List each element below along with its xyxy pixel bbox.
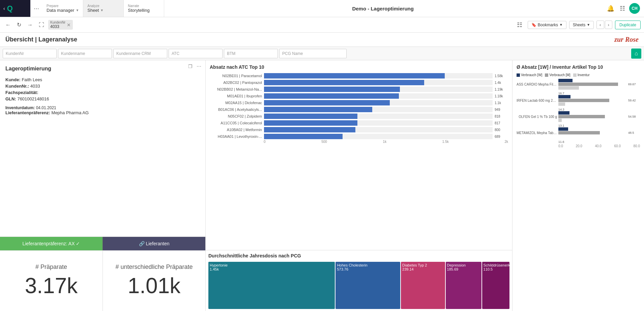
prepare-dropdown-icon: ▼ — [76, 8, 79, 12]
bar-value: 949 — [495, 108, 508, 112]
sheets-dropdown-icon: ▼ — [587, 23, 590, 27]
duplicate-button[interactable]: Duplicate — [615, 21, 641, 29]
filter-btm-label: BTM — [227, 51, 235, 56]
info-inventur-label: Inventurdatum: — [5, 105, 35, 110]
right-bar-row: ASS CARDIO Mepha Film... 69.67 — [517, 79, 640, 90]
xaxis-label: 0 — [264, 140, 266, 144]
bar-value: 1.19k — [495, 88, 508, 91]
right-chart-panel: Ø Absatz [1W] / Inventur Artikel Top 10 … — [513, 60, 644, 311]
legend-label: Verbrauch [M] — [549, 73, 570, 77]
bookmarks-button[interactable]: 🔖 Bookmarks ▼ — [528, 21, 566, 29]
bar-label: B01AC06 | Acetylsalicyls... — [210, 107, 262, 112]
lager-panel: ❐ ⋯ Lageroptimierung Kunde: Faith Lees K… — [0, 60, 206, 311]
forward-icon[interactable]: → — [25, 21, 35, 29]
filter-close-icon[interactable]: ✕ — [67, 22, 71, 28]
info-kundennr-label: KundenNr.: — [5, 84, 29, 89]
filter-kundennr[interactable]: KundenNr — [3, 49, 57, 58]
filter-chip-kundennr[interactable]: KundenNr 4033 ✕ — [48, 20, 73, 30]
praeparate-panel: # Präparate 3.17k — [0, 251, 103, 311]
info-lieferant-value: Mepha Pharma AG — [52, 110, 89, 115]
bar-row: A10BA02 | Metformin 800 — [210, 127, 508, 132]
stats-row: # Präparate 3.17k # unterschiedliche Prä… — [0, 250, 205, 311]
bar-w — [558, 111, 569, 115]
sheets-button[interactable]: Sheets ▼ — [569, 21, 594, 29]
filter-btm[interactable]: BTM — [224, 49, 278, 58]
bar-container — [264, 114, 493, 119]
filter-kundenname[interactable]: Kundenname — [58, 49, 112, 58]
grid-view-icon[interactable]: ☷ — [514, 20, 525, 30]
next-sheet-button[interactable]: › — [605, 21, 612, 29]
right-bar-value: 48.5 — [628, 131, 640, 134]
lieferanten-label: 🔗 Lieferanten — [139, 241, 170, 246]
prev-sheet-button[interactable]: ‹ — [596, 21, 604, 29]
bar-w-sublabel: 14.3 — [517, 108, 640, 111]
bar-inv — [558, 102, 565, 106]
bar-w — [558, 95, 570, 98]
legend-item: Verbrauch [W] — [517, 73, 542, 77]
filter-atc[interactable]: ATC — [169, 49, 223, 58]
bar-label: N02BE01 | Paracetamol — [210, 74, 262, 78]
treemap-panel: Durchschnittliche Jahresdosis nach PCG H… — [206, 250, 513, 311]
more-options-icon[interactable]: ⋯ — [30, 0, 42, 17]
bar-container — [264, 120, 493, 126]
filter-chip-value: 4033 — [50, 24, 65, 29]
treemap-cell-label: Hohes Cholesterin — [337, 263, 399, 267]
apps-icon[interactable]: ☷ — [618, 3, 626, 13]
lieferant-praeferenz-button[interactable]: Lieferantenpräferenz: AX ✓ — [0, 237, 103, 250]
bar-value: 800 — [495, 128, 508, 132]
panel-more-icon[interactable]: ⋯ — [195, 63, 203, 70]
prepare-section[interactable]: Prepare Data manager ▼ — [42, 0, 83, 17]
right-bar-chart: ASS CARDIO Mepha Film... 69.67 16.7 IRFE… — [517, 79, 640, 144]
info-gln: GLN: 7601002148016 — [5, 96, 200, 101]
bar-w-sublabel: 16.7 — [517, 92, 640, 95]
qlik-logo-icon: Q — [7, 4, 12, 13]
back-icon[interactable]: ← — [3, 21, 13, 29]
bar-fill — [264, 127, 355, 132]
right-bar-value: 69.67 — [628, 83, 640, 86]
bar-value: 1.18k — [495, 94, 508, 98]
treemap-cell-value: 573.76 — [337, 267, 399, 271]
bar-row: N02BB02 | Metamizol-Na... 1.19k — [210, 87, 508, 92]
treemap-cell-value: 1.45k — [210, 267, 333, 271]
filter-bar: KundenNr Kundenname Kundenname CRM ATC B… — [0, 47, 644, 60]
undo-icon[interactable]: ↻ — [15, 20, 23, 29]
bar-row: B01AC06 | Acetylsalicyls... 949 — [210, 107, 508, 112]
filter-kundenname-crm[interactable]: Kundenname CRM — [113, 49, 167, 58]
avatar[interactable]: CH — [629, 3, 640, 14]
lieferanten-button[interactable]: 🔗 Lieferanten — [103, 237, 205, 250]
fullscreen-icon[interactable]: ⛶ — [37, 21, 46, 29]
treemap-cell-label: Hypertonie — [210, 263, 333, 267]
info-lieferant-label: Lieferantenpräferenz: — [5, 110, 50, 115]
back-icon[interactable]: ‹ — [3, 6, 5, 11]
bar-w-sublabel: 11.6 — [517, 140, 640, 144]
analyze-section[interactable]: Analyze Sheet ▼ — [83, 0, 124, 17]
narrate-label-small: Narrate — [128, 4, 160, 8]
info-kundennr: KundenNr.: 4033 — [5, 84, 200, 89]
bar-w-sublabel: 13.1 — [517, 124, 640, 127]
bar-row: N02BE01 | Paracetamol 1.58k — [210, 73, 508, 79]
page-title: Übersicht | Lageranalyse — [5, 36, 614, 43]
bar-w — [558, 127, 568, 131]
bar-label: N05CF02 | Zolpidem — [210, 114, 262, 118]
treemap-cell-value: 185.69 — [447, 267, 480, 271]
main-content: ❐ ⋯ Lageroptimierung Kunde: Faith Lees K… — [0, 60, 644, 311]
analyze-dropdown-icon: ▼ — [100, 8, 104, 12]
narrate-section[interactable]: Narrate Storytelling — [124, 0, 164, 17]
right-bar-label: METAMIZOL Mepha Tabl ... — [517, 131, 557, 135]
info-gln-value: 7601002148016 — [17, 96, 49, 101]
lager-details: ❐ ⋯ Lageroptimierung Kunde: Faith Lees K… — [0, 60, 205, 237]
bar-m — [558, 115, 605, 118]
bar-value: 817 — [495, 121, 508, 125]
bar-value: 1.4k — [495, 81, 508, 85]
right-chart-title: Ø Absatz [1W] / Inventur Artikel Top 10 — [517, 64, 640, 70]
top-navigation: ‹ Q ⋯ Prepare Data manager ▼ Analyze She… — [0, 0, 644, 17]
filter-pcg[interactable]: PCG Name — [279, 49, 347, 58]
right-bar-group — [558, 111, 627, 122]
atc-x-axis: 05001k1.5k2k — [210, 139, 508, 144]
xaxis-label: 500 — [321, 140, 327, 144]
notifications-icon[interactable]: 🔔 — [606, 3, 616, 13]
home-button[interactable]: ⌂ — [631, 49, 641, 59]
bookmarks-icon: 🔖 — [531, 23, 536, 27]
lieferant-praeferenz-label: Lieferantenpräferenz: AX ✓ — [23, 241, 80, 246]
expand-icon[interactable]: ❐ — [187, 63, 194, 70]
